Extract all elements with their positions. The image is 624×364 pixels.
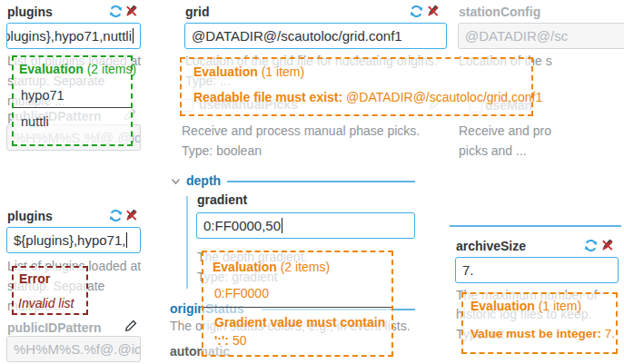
eval-header: Evaluation (1 item) (470, 299, 616, 313)
useManualPicks-description-line1: Receive and pro (459, 121, 551, 141)
eval-title: Evaluation (213, 260, 277, 274)
plugins-label: plugins (7, 5, 53, 19)
publicIDPattern-value: %H%M%S.%f@.@id@ (14, 341, 141, 357)
eval-message-value: 50 (233, 333, 247, 348)
grid-input[interactable]: @DATADIR@/scautoloc/grid.conf1 (184, 23, 447, 49)
stationConfig-input[interactable]: @DATADIR@/sc (458, 23, 624, 49)
useManualPicks-type: Type: boolean (182, 141, 262, 161)
refresh-icon[interactable] (584, 239, 598, 252)
archiveSize-input-value: 7. (462, 262, 474, 278)
eval-item: 0:FF0000 (214, 286, 391, 300)
eval-message-label: Readable file must exist: (193, 90, 342, 104)
plugins-input[interactable]: ${plugins},hypo71, (6, 227, 141, 253)
eval-message: Readable file must exist: @DATADIR@/scau… (193, 90, 531, 104)
eval-item: nuttli (21, 114, 131, 129)
reset-value-icon[interactable] (124, 208, 139, 221)
error-message: Invalid list (18, 296, 86, 310)
eval-header: Evaluation (2 items) (213, 260, 391, 274)
evaluation-tooltip-grid: Evaluation (1 item) Readable file must e… (180, 57, 533, 116)
archiveSize-label: archiveSize (456, 239, 526, 253)
useManualPicks-description-line2: picks and ... (459, 141, 527, 161)
refresh-icon[interactable] (109, 209, 123, 222)
eval-title: Evaluation (193, 64, 258, 79)
eval-title: Evaluation (19, 62, 84, 76)
eval-message: Value must be integer: 7. (470, 327, 616, 340)
eval-count: (2 items) (281, 260, 330, 274)
eval-message: Gradient value must contain ':': 50 (214, 313, 386, 349)
eval-separator (203, 307, 391, 308)
archiveSize-input[interactable]: 7. (455, 257, 619, 283)
gradient-input-value: 0:FF0000,50 (203, 218, 281, 233)
stationConfig-value: @DATADIR@/sc (465, 28, 568, 44)
eval-message-label: Value must be integer: (470, 327, 601, 340)
section-line (450, 225, 621, 227)
publicIDPattern-input[interactable]: %H%M%S.%f@.@id@ (6, 336, 141, 362)
refresh-icon[interactable] (410, 5, 423, 18)
plugins-label: plugins (7, 209, 53, 223)
eval-title: Evaluation (470, 299, 535, 313)
eval-count: (2 items) (87, 62, 136, 76)
useManualPicks-description: Receive and process manual phase picks. (182, 121, 420, 141)
gradient-input[interactable]: 0:FF0000,50 (196, 212, 415, 239)
error-tooltip: Error Invalid list (12, 266, 88, 315)
refresh-icon[interactable] (109, 5, 123, 18)
reset-value-icon[interactable] (600, 238, 615, 251)
section-depth-title[interactable]: depth (186, 173, 221, 188)
eval-item: hypo71 (21, 88, 131, 103)
error-title: Error (19, 271, 86, 286)
stationConfig-label: stationConfig (459, 5, 540, 19)
eval-header: Evaluation (2 items) (19, 62, 131, 76)
plugins-input-value: ${plugins},hypo71,nuttli (6, 28, 132, 44)
plugins-input[interactable]: ${plugins},hypo71,nuttli (6, 23, 141, 49)
text-caret (282, 218, 282, 233)
evaluation-tooltip-gradient: Evaluation (2 items) 0:FF0000 Gradient v… (202, 251, 393, 357)
chevron-down-icon[interactable] (171, 178, 181, 185)
scconfig-window: plugins ${plugins},hypo71,nuttli List of… (0, 0, 624, 364)
evaluation-tooltip-plugins: Evaluation (2 items) hypo71 nuttli (12, 55, 133, 146)
eval-count: (1 item) (539, 299, 581, 313)
eval-message-value: @DATADIR@/scautoloc/grid.conf1 (346, 90, 542, 104)
text-caret (126, 232, 127, 248)
grid-input-value: @DATADIR@/scautoloc/grid.conf1 (192, 28, 402, 44)
text-caret (133, 28, 134, 44)
indent-guide (186, 196, 188, 289)
edit-pencil-icon[interactable] (124, 320, 137, 332)
evaluation-tooltip-archiveSize: Evaluation (1 item) Value must be intege… (461, 292, 618, 354)
eval-separator (14, 107, 131, 108)
grid-label: grid (185, 5, 209, 19)
publicIDPattern-label: publicIDPattern (7, 320, 101, 335)
plugins-input-value: ${plugins},hypo71, (14, 232, 125, 248)
reset-value-icon[interactable] (124, 4, 139, 17)
reset-value-icon[interactable] (426, 4, 441, 17)
eval-message-value: 7. (605, 327, 615, 340)
eval-count: (1 item) (262, 64, 304, 79)
section-line (227, 181, 415, 182)
eval-header: Evaluation (1 item) (193, 64, 531, 79)
gradient-label: gradient (197, 192, 247, 207)
